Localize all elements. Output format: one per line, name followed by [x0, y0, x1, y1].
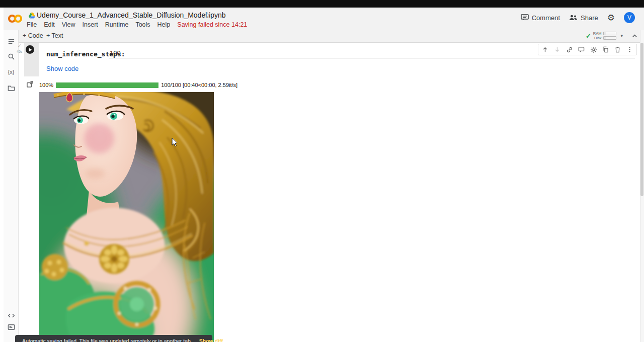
code-snippets-icon[interactable]	[7, 311, 16, 320]
progress-stats: 100/100 [00:40<00:00, 2.59it/s]	[161, 82, 237, 88]
share-people-icon	[569, 15, 578, 21]
progress-bar-fill	[56, 82, 158, 88]
menu-view[interactable]: View	[62, 21, 75, 28]
star-icon[interactable]: ☆	[204, 11, 211, 20]
colab-window: Udemy_Course_1_Advanced_Stable_Diffusion…	[0, 0, 644, 342]
disk-label: Disk	[594, 36, 602, 40]
connected-check-icon: ✓	[586, 32, 591, 40]
table-of-contents-icon[interactable]	[7, 37, 16, 46]
show-diff-link[interactable]: Show diff	[199, 338, 223, 342]
show-code-link[interactable]: Show code	[46, 65, 78, 72]
cell-toolbar	[538, 44, 637, 55]
save-status[interactable]: Saving failed since 14:21	[177, 21, 247, 28]
menu-tools[interactable]: Tools	[135, 21, 150, 28]
progress-percent: 100%	[39, 82, 53, 88]
terminal-icon[interactable]	[7, 322, 16, 331]
comment-icon	[521, 14, 529, 21]
files-icon[interactable]	[7, 83, 16, 93]
cell-settings-icon[interactable]	[590, 46, 597, 53]
add-comment-icon[interactable]	[578, 46, 585, 53]
run-cell-button[interactable]	[26, 45, 34, 54]
cell-executed-check-icon: ✓	[18, 43, 22, 48]
colab-logo-icon[interactable]	[8, 14, 23, 24]
header: Udemy_Course_1_Advanced_Stable_Diffusion…	[4, 8, 644, 30]
autosave-failed-toast: Automatic saving failed. This file was u…	[15, 335, 212, 342]
share-button[interactable]: Share	[569, 14, 598, 22]
header-actions: Comment Share ⚙ V	[521, 12, 635, 23]
mirror-cell-icon[interactable]	[602, 46, 609, 53]
menu-bar: File Edit View Insert Runtime Tools Help…	[27, 21, 247, 28]
progress-bar	[56, 82, 158, 88]
move-cell-down-icon[interactable]	[553, 46, 561, 53]
progress-row: 100% 100/100 [00:40<00:00, 2.59it/s]	[39, 82, 237, 88]
ram-label: RAM	[593, 31, 602, 36]
add-code-button[interactable]: + Code	[23, 32, 43, 39]
menu-help[interactable]: Help	[157, 21, 171, 28]
copy-link-to-cell-icon[interactable]	[566, 46, 573, 53]
drive-icon	[29, 13, 35, 19]
collapse-sections-icon[interactable]	[631, 33, 638, 39]
comment-button[interactable]: Comment	[521, 14, 560, 22]
menu-insert[interactable]: Insert	[83, 21, 98, 28]
browser-top-edge	[0, 0, 644, 8]
cell-execution-time: 45s	[17, 50, 22, 53]
notebook-title[interactable]: Udemy_Course_1_Advanced_Stable_Diffusion…	[37, 11, 226, 19]
ram-meter	[603, 32, 616, 35]
menu-runtime[interactable]: Runtime	[105, 21, 129, 28]
delete-cell-icon[interactable]	[614, 46, 621, 53]
search-icon[interactable]	[7, 52, 16, 61]
disk-meter	[603, 36, 616, 40]
generated-image	[39, 92, 214, 342]
account-avatar[interactable]: V	[624, 12, 635, 23]
notebook-toolbar: + Code + Text ✓ RAM Disk ▾	[19, 30, 644, 43]
toast-message: Automatic saving failed. This file was u…	[22, 338, 192, 342]
add-text-button[interactable]: + Text	[46, 32, 63, 39]
menu-edit[interactable]: Edit	[44, 21, 55, 28]
menu-file[interactable]: File	[27, 21, 37, 28]
left-sidebar: {x}	[4, 30, 19, 342]
variables-icon[interactable]: {x}	[7, 67, 16, 76]
cell-output-icon[interactable]	[26, 80, 34, 88]
resource-monitor[interactable]: ✓ RAM Disk ▾	[586, 31, 623, 40]
chevron-down-icon: ▾	[620, 33, 623, 38]
scrollbar-thumb[interactable]	[640, 43, 643, 196]
settings-gear-icon[interactable]: ⚙	[607, 14, 615, 22]
move-cell-up-icon[interactable]	[541, 46, 549, 53]
more-cell-actions-icon[interactable]	[626, 46, 633, 53]
